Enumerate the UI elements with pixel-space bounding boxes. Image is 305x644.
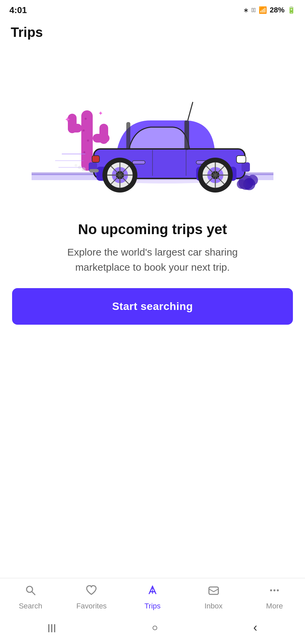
nav-item-search[interactable]: Search	[10, 584, 51, 610]
svg-point-19	[83, 129, 85, 131]
bottom-navigation: Search Favorites Trips	[0, 578, 305, 644]
svg-rect-31	[236, 156, 246, 163]
svg-rect-32	[92, 156, 99, 162]
inbox-icon	[208, 584, 220, 599]
svg-rect-17	[99, 124, 108, 144]
svg-line-64	[32, 592, 35, 595]
nav-item-trips[interactable]: Trips	[132, 584, 173, 610]
nav-item-more[interactable]: More	[254, 584, 295, 610]
svg-point-56	[82, 167, 86, 171]
svg-rect-26	[184, 120, 189, 150]
svg-rect-35	[132, 161, 145, 164]
svg-point-12	[237, 179, 246, 189]
android-nav-bar: ||| ○ ‹	[0, 614, 305, 644]
heart-icon	[85, 584, 97, 599]
svg-point-18	[85, 118, 87, 120]
battery-text: 28%	[270, 6, 285, 14]
back-button[interactable]: ‹	[253, 621, 257, 635]
more-icon	[268, 584, 280, 599]
vibrate-icon: 🔈⃠	[252, 7, 256, 14]
svg-rect-67	[209, 587, 218, 594]
status-icons: ∗ 🔈⃠ 📶 28% 🔋	[243, 6, 296, 14]
search-icon	[25, 584, 37, 599]
search-label: Search	[19, 602, 42, 610]
page-title: Trips	[0, 19, 305, 43]
empty-state-title: No upcoming trips yet	[78, 221, 227, 238]
svg-point-68	[270, 589, 272, 591]
favorites-label: Favorites	[76, 602, 106, 610]
svg-point-21	[83, 151, 85, 153]
svg-point-70	[277, 589, 279, 591]
svg-text:✦: ✦	[98, 110, 103, 117]
main-content: ✦ ✦	[0, 43, 305, 578]
trips-icon	[146, 584, 159, 599]
svg-point-58	[75, 164, 77, 167]
more-label: More	[266, 602, 283, 610]
recent-apps-button[interactable]: |||	[48, 623, 56, 633]
svg-rect-27	[126, 122, 130, 150]
inbox-label: Inbox	[205, 602, 223, 610]
wifi-icon: 📶	[259, 6, 267, 14]
battery-icon: 🔋	[287, 6, 296, 14]
svg-text:✦: ✦	[64, 115, 71, 124]
svg-point-69	[273, 589, 275, 591]
status-bar: 4:01 ∗ 🔈⃠ 📶 28% 🔋	[0, 0, 305, 19]
status-time: 4:01	[9, 5, 27, 15]
car-illustration: ✦ ✦	[32, 50, 273, 211]
svg-rect-30	[242, 162, 250, 172]
nav-item-inbox[interactable]: Inbox	[193, 584, 234, 610]
trips-label: Trips	[144, 602, 161, 610]
nav-item-favorites[interactable]: Favorites	[71, 584, 112, 610]
home-button[interactable]: ○	[152, 622, 158, 633]
start-searching-button[interactable]: Start searching	[12, 288, 293, 325]
nav-items: Search Favorites Trips	[0, 578, 305, 614]
bluetooth-icon: ∗	[243, 6, 249, 14]
empty-state-subtitle: Explore the world's largest car sharing …	[48, 245, 257, 275]
svg-rect-55	[89, 169, 99, 172]
svg-point-20	[87, 140, 89, 142]
